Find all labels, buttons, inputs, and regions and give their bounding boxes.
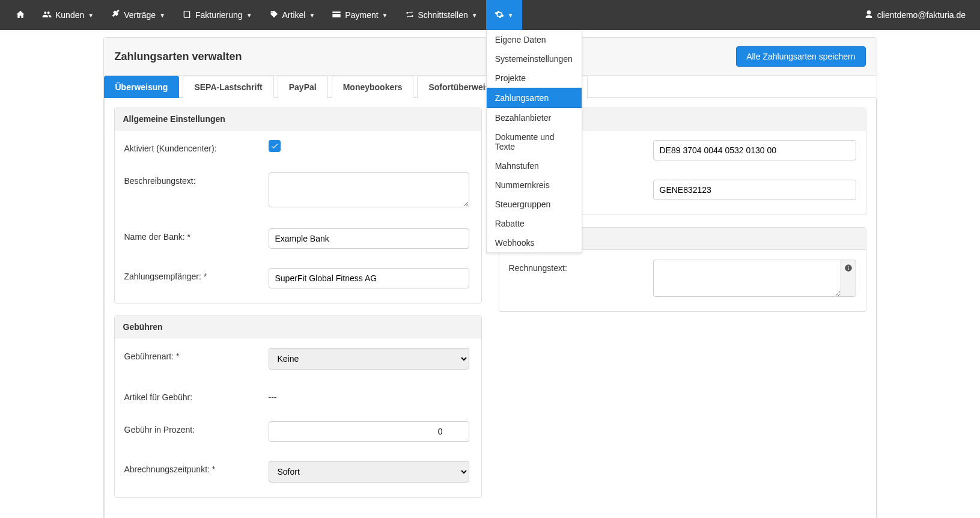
caret-down-icon: ▼ <box>246 12 252 19</box>
navbar-user[interactable]: clientdemo@fakturia.de <box>864 10 973 21</box>
info-icon <box>844 264 853 274</box>
payee-input[interactable] <box>269 268 469 288</box>
row-fee-type: Gebührenart: * Keine <box>124 348 472 370</box>
nav-label: Kunden <box>55 10 84 20</box>
caret-down-icon: ▼ <box>472 12 478 19</box>
tab-sepa[interactable]: SEPA-Lastschrift <box>183 76 273 98</box>
dropdown-label: Nummernkreis <box>495 180 550 190</box>
navbar-left: Kunden ▼ Verträge ▼ Fakturierung ▼ Artik… <box>7 0 522 30</box>
bank-name-input[interactable] <box>269 228 469 249</box>
dropdown-item-eigene-daten[interactable]: Eigene Daten <box>487 30 582 49</box>
nav-fakturierung[interactable]: Fakturierung ▼ <box>174 0 261 30</box>
row-fee-article: Artikel für Gebühr: --- <box>124 389 472 402</box>
handshake-icon <box>111 10 120 21</box>
nav-schnittstellen[interactable]: Schnittstellen ▼ <box>397 0 486 30</box>
nav-home[interactable] <box>7 0 34 30</box>
billing-time-select[interactable]: Sofort <box>269 461 469 483</box>
dropdown-item-rabatte[interactable]: Rabatte <box>487 214 582 233</box>
check-icon <box>270 142 279 150</box>
activated-checkbox[interactable] <box>269 140 281 152</box>
dropdown-item-nummernkreis[interactable]: Nummernkreis <box>487 175 582 195</box>
user-email: clientdemo@fakturia.de <box>877 10 966 20</box>
tab-moneybookers[interactable]: Moneybookers <box>332 76 414 98</box>
fee-type-select[interactable]: Keine <box>269 348 469 370</box>
panel-fees-title: Gebühren <box>115 316 481 338</box>
row-payee: Zahlungsempfänger: * <box>124 268 472 288</box>
dropdown-label: Rabatte <box>495 219 525 228</box>
nav-label: Fakturierung <box>195 10 243 20</box>
label-activated: Aktiviert (Kundencenter): <box>124 140 269 153</box>
label-billing-time: Abrechnungszeitpunkt: * <box>124 461 269 474</box>
row-activated: Aktiviert (Kundencenter): <box>124 140 472 153</box>
dropdown-label: Bezahlanbieter <box>495 113 551 123</box>
caret-down-icon: ▼ <box>309 12 315 19</box>
nav-artikel[interactable]: Artikel ▼ <box>261 0 324 30</box>
dropdown-label: Systemeinstellungen <box>495 54 573 64</box>
tab-paypal[interactable]: PayPal <box>278 76 328 98</box>
label-payee: Zahlungsempfänger: * <box>124 268 269 281</box>
caret-down-icon: ▼ <box>88 12 94 19</box>
nav-label: Artikel <box>282 10 306 20</box>
fee-percent-input[interactable] <box>269 421 469 442</box>
nav-kunden[interactable]: Kunden ▼ <box>34 0 102 30</box>
save-all-button[interactable]: Alle Zahlungsarten speichern <box>736 46 865 67</box>
dropdown-label: Eigene Daten <box>495 35 546 44</box>
nav-label: Payment <box>345 10 378 20</box>
fee-article-value: --- <box>269 389 472 402</box>
users-icon <box>42 10 52 21</box>
row-fee-percent: Gebühr in Prozent: <box>124 421 472 442</box>
gear-icon <box>495 10 504 21</box>
bic-input[interactable] <box>653 180 856 200</box>
panel-fees: Gebühren Gebührenart: * Keine <box>114 315 482 498</box>
panel-general-title: Allgemeine Einstellungen <box>115 108 481 130</box>
dropdown-label: Projekte <box>495 73 526 83</box>
page-title: Zahlungsarten verwalten <box>115 50 242 63</box>
left-column: Allgemeine Einstellungen Aktiviert (Kund… <box>114 108 482 510</box>
dropdown-item-dokumente[interactable]: Dokumente und Texte <box>487 127 582 156</box>
label-fee-article: Artikel für Gebühr: <box>124 389 269 402</box>
dropdown-item-projekte[interactable]: Projekte <box>487 69 582 88</box>
invoice-text-textarea[interactable] <box>653 260 841 297</box>
tab-ueberweisung[interactable]: Überweisung <box>104 76 180 98</box>
label-description: Beschreibungstext: <box>124 172 269 186</box>
invoice-text-info-button[interactable] <box>841 260 856 297</box>
settings-dropdown: Eigene Daten Systemeinstellungen Projekt… <box>486 30 582 253</box>
description-textarea[interactable] <box>269 172 469 207</box>
row-bank-name: Name der Bank: * <box>124 228 472 249</box>
label-fee-type: Gebührenart: * <box>124 348 269 361</box>
nav-settings[interactable]: ▼ Eigene Daten Systemeinstellungen Proje… <box>486 0 522 30</box>
label-fee-percent: Gebühr in Prozent: <box>124 421 269 434</box>
label-bank-name: Name der Bank: * <box>124 228 269 242</box>
book-icon <box>182 10 192 21</box>
caret-down-icon: ▼ <box>382 12 388 19</box>
dropdown-label: Zahlungsarten <box>495 93 549 103</box>
nav-label: Verträge <box>124 10 156 20</box>
label-invoice-text: Rechnungstext: <box>509 260 653 273</box>
dropdown-label: Steuergruppen <box>495 200 551 209</box>
dropdown-label: Webhooks <box>495 238 535 248</box>
dropdown-item-bezahlanbieter[interactable]: Bezahlanbieter <box>487 108 582 127</box>
dropdown-item-steuergruppen[interactable]: Steuergruppen <box>487 195 582 214</box>
dropdown-item-mahnstufen[interactable]: Mahnstufen <box>487 156 582 175</box>
credit-card-icon <box>332 10 341 21</box>
caret-down-icon: ▼ <box>159 12 165 19</box>
user-icon <box>864 10 874 21</box>
iban-input[interactable] <box>653 140 856 160</box>
home-icon <box>16 10 25 21</box>
dropdown-item-systemeinstellungen[interactable]: Systemeinstellungen <box>487 49 582 69</box>
dropdown-label: Dokumente und Texte <box>495 132 555 151</box>
row-billing-time: Abrechnungszeitpunkt: * Sofort <box>124 461 472 483</box>
caret-down-icon: ▼ <box>508 12 514 19</box>
row-description: Beschreibungstext: <box>124 172 472 209</box>
nav-payment[interactable]: Payment ▼ <box>323 0 396 30</box>
exchange-icon <box>405 10 415 21</box>
tag-icon <box>269 10 279 21</box>
dropdown-label: Mahnstufen <box>495 161 539 171</box>
row-invoice-text: Rechnungstext: <box>509 260 856 297</box>
nav-vertraege[interactable]: Verträge ▼ <box>102 0 174 30</box>
top-navbar: Kunden ▼ Verträge ▼ Fakturierung ▼ Artik… <box>0 0 980 30</box>
panel-general: Allgemeine Einstellungen Aktiviert (Kund… <box>114 108 482 303</box>
nav-label: Schnittstellen <box>418 10 468 20</box>
dropdown-item-zahlungsarten[interactable]: Zahlungsarten <box>487 88 582 108</box>
dropdown-item-webhooks[interactable]: Webhooks <box>487 233 582 252</box>
